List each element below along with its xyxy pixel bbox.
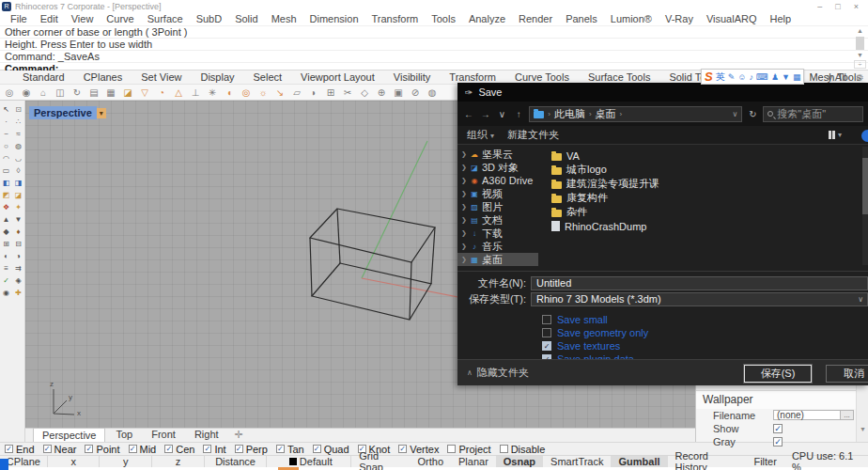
palette-icon[interactable]: ◍ bbox=[12, 140, 24, 152]
viewport-tab[interactable]: Perspective bbox=[33, 428, 105, 442]
chevron-right-icon[interactable]: ❯ bbox=[461, 150, 467, 158]
osnap-toggle[interactable]: Tan bbox=[276, 444, 304, 455]
status-pane[interactable]: Record History bbox=[668, 456, 747, 467]
osnap-toggle[interactable]: Project bbox=[447, 444, 490, 455]
menu-item[interactable]: Dimension bbox=[303, 13, 365, 24]
handwriting-icon[interactable]: ✎ bbox=[728, 72, 736, 82]
chevron-down-icon[interactable]: ∨ bbox=[733, 110, 738, 118]
checkbox[interactable] bbox=[85, 445, 93, 453]
save-button[interactable]: 保存(S) bbox=[744, 365, 812, 383]
palette-icon[interactable]: ▼ bbox=[12, 213, 24, 226]
checkbox[interactable] bbox=[542, 328, 551, 337]
save-option[interactable]: Save textures bbox=[542, 339, 868, 352]
sidebar-item[interactable]: ❯ ▨ 图片 bbox=[457, 200, 538, 213]
palette-icon[interactable]: ♦ bbox=[12, 226, 24, 238]
toolbar-tab[interactable]: Curve Tools bbox=[505, 71, 579, 83]
palette-icon[interactable]: ◆ bbox=[0, 226, 12, 238]
palette-icon[interactable]: ~ bbox=[0, 128, 12, 140]
menu-item[interactable]: Mesh bbox=[265, 13, 303, 24]
file-item[interactable]: 康复构件 bbox=[551, 191, 868, 205]
palette-icon[interactable]: ◩ bbox=[0, 189, 12, 201]
osnap-toggle[interactable]: Cen bbox=[164, 444, 194, 455]
checkbox[interactable] bbox=[447, 445, 456, 453]
back-icon[interactable]: ← bbox=[462, 109, 475, 119]
viewport-tab[interactable]: Right bbox=[186, 428, 227, 442]
breadcrumb[interactable]: › 此电脑 › 桌面 › ∨ bbox=[529, 106, 742, 122]
toolbar-tab[interactable]: CPlanes bbox=[74, 71, 132, 83]
toolbar-icon[interactable]: ▦ bbox=[104, 86, 117, 100]
status-pane[interactable]: Filter bbox=[746, 456, 783, 467]
palette-icon[interactable]: ◉ bbox=[0, 287, 12, 299]
scroll-down-icon[interactable]: ▼ bbox=[857, 426, 868, 432]
sidebar-item[interactable]: ❯ ▣ 视频 bbox=[457, 187, 538, 200]
palette-icon[interactable]: ◑ bbox=[12, 250, 24, 262]
chevron-down-icon[interactable]: ▾ bbox=[97, 108, 106, 118]
sidebar-item[interactable]: ❯ ☁ 坚果云 bbox=[457, 148, 538, 161]
chevron-right-icon[interactable]: ❯ bbox=[461, 164, 467, 171]
palette-icon[interactable]: ◐ bbox=[0, 250, 12, 262]
palette-icon[interactable]: ○ bbox=[0, 140, 12, 152]
file-item[interactable]: 城市logo bbox=[551, 163, 868, 177]
save-option[interactable]: Save small bbox=[542, 313, 868, 325]
osnap-toggle[interactable]: Near bbox=[43, 444, 77, 455]
viewport-tab[interactable]: Front bbox=[143, 428, 184, 442]
palette-icon[interactable]: ▲ bbox=[0, 213, 12, 226]
toolbar-tab[interactable]: Visibility bbox=[384, 71, 441, 83]
sidebar-item[interactable]: ❯ ↓ 下载 bbox=[457, 227, 538, 240]
layer-cell[interactable]: Default bbox=[267, 456, 351, 467]
palette-icon[interactable]: ∴ bbox=[12, 116, 24, 128]
toolbar-icon[interactable]: ◎ bbox=[3, 86, 16, 100]
checkbox[interactable] bbox=[313, 445, 321, 453]
palette-icon[interactable]: ◧ bbox=[0, 177, 12, 189]
osnap-toggle[interactable]: Perp bbox=[235, 444, 268, 455]
z-coordinate-cell[interactable]: z bbox=[152, 456, 205, 467]
toolbox-icon[interactable]: ▦ bbox=[793, 72, 801, 82]
sidebar-scrollbar[interactable] bbox=[862, 147, 868, 265]
sogou-logo[interactable]: S bbox=[705, 70, 713, 84]
toolbar-icon[interactable]: ◇ bbox=[358, 86, 371, 100]
osnap-toggle[interactable]: Int bbox=[203, 444, 225, 455]
forward-icon[interactable]: → bbox=[479, 109, 492, 119]
command-area[interactable]: Other corner of base or length ( 3Point … bbox=[0, 26, 868, 70]
menu-item[interactable]: VisualARQ bbox=[700, 13, 764, 24]
search-input[interactable]: 搜索"桌面" bbox=[763, 106, 863, 122]
palette-icon[interactable]: ◡ bbox=[12, 152, 24, 164]
toolbar-icon[interactable]: ◪ bbox=[121, 86, 134, 100]
checkbox[interactable] bbox=[235, 445, 243, 453]
status-pane[interactable]: Planar bbox=[451, 456, 496, 467]
sidebar-item[interactable]: ❯ ◉ A360 Drive bbox=[457, 174, 538, 187]
chevron-right-icon[interactable]: ❯ bbox=[461, 190, 467, 197]
view-mode-button[interactable]: ▾ bbox=[829, 131, 842, 139]
menu-item[interactable]: Edit bbox=[34, 13, 65, 24]
menu-item[interactable]: Tools bbox=[425, 13, 462, 24]
chevron-right-icon[interactable]: ❯ bbox=[461, 229, 467, 237]
new-folder-button[interactable]: 新建文件夹 bbox=[507, 128, 559, 142]
menu-item[interactable]: Surface bbox=[141, 13, 190, 24]
palette-icon[interactable]: ⇉ bbox=[12, 262, 24, 274]
toolbar-tab[interactable]: Viewport Layout bbox=[291, 71, 384, 83]
palette-icon[interactable]: ⊡ bbox=[12, 103, 24, 116]
ime-mode-indicator[interactable]: 英 bbox=[716, 70, 725, 84]
toolbar-icon[interactable]: △ bbox=[172, 86, 185, 100]
save-option[interactable]: Save geometry only bbox=[542, 326, 868, 338]
palette-icon[interactable]: ◪ bbox=[12, 189, 24, 201]
toolbar-icon[interactable]: ◔ bbox=[155, 86, 168, 100]
palette-icon[interactable]: ↖ bbox=[0, 103, 12, 116]
toolbar-icon[interactable]: ✂ bbox=[341, 86, 354, 100]
osnap-toggle[interactable]: End bbox=[5, 444, 35, 455]
scroll-up-icon[interactable]: ▲ bbox=[854, 26, 866, 36]
file-item[interactable]: VA bbox=[551, 149, 868, 163]
osnap-toggle[interactable]: Quad bbox=[313, 444, 349, 455]
status-pane[interactable]: Osnap bbox=[496, 456, 543, 467]
breadcrumb-item[interactable]: 桌面 bbox=[596, 107, 616, 121]
palette-icon[interactable]: ◈ bbox=[12, 274, 24, 287]
checkbox[interactable] bbox=[276, 445, 285, 453]
chevron-right-icon[interactable]: ❯ bbox=[461, 216, 467, 224]
checkbox[interactable] bbox=[773, 437, 783, 446]
menu-item[interactable]: Panels bbox=[559, 13, 604, 24]
menu-item[interactable]: V-Ray bbox=[659, 13, 700, 24]
menu-item[interactable]: Analyze bbox=[462, 13, 512, 24]
osnap-toggle[interactable]: Mid bbox=[129, 444, 157, 455]
osnap-toggle[interactable]: Point bbox=[85, 444, 119, 455]
new-viewport-icon[interactable]: ✛ bbox=[229, 428, 249, 442]
